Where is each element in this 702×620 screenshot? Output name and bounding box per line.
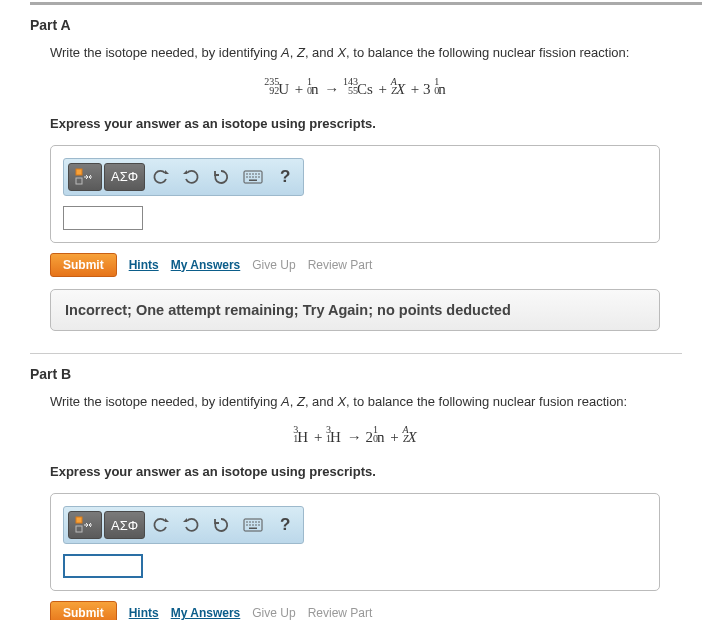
svg-point-18 [249,521,251,523]
give-up-link[interactable]: Give Up [252,258,295,272]
svg-point-21 [258,521,260,523]
part-a-feedback: Incorrect; One attempt remaining; Try Ag… [50,289,660,331]
atomic-num: 0 [434,86,439,95]
atomic-num: 92 [264,86,279,95]
atomic-num: 1 [293,434,298,443]
atomic-num: Z [391,86,397,95]
help-button[interactable]: ? [271,511,299,539]
hints-link[interactable]: Hints [129,606,159,620]
element: U [277,81,291,97]
op: + [379,81,391,97]
var-z: Z [297,45,305,60]
undo-button[interactable] [147,511,175,539]
submit-button[interactable]: Submit [50,601,117,620]
template-prescript-button[interactable] [68,163,102,191]
svg-point-25 [255,524,257,526]
var-a: A [281,45,290,60]
svg-point-19 [252,521,254,523]
svg-point-17 [246,521,248,523]
svg-rect-14 [76,517,82,523]
greek-symbols-button[interactable]: ΑΣΦ [104,511,145,539]
svg-point-4 [249,173,251,175]
atomic-num: 0 [373,434,378,443]
part-a-answer-box: ΑΣΦ ? [50,145,660,243]
template-prescript-button[interactable] [68,511,102,539]
atomic-num: 0 [307,86,312,95]
svg-rect-27 [249,528,257,530]
answer-input[interactable] [63,206,143,230]
atomic-num: 55 [343,86,358,95]
reset-button[interactable] [207,163,235,191]
part-a-instruct: Express your answer as an isotope using … [50,116,682,131]
greek-symbols-button[interactable]: ΑΣΦ [104,163,145,191]
submit-button[interactable]: Submit [50,253,117,277]
text: , to balance the following nuclear fissi… [346,45,629,60]
part-a-prompt: Write the isotope needed, by identifying… [50,43,682,63]
text: , [290,394,297,409]
svg-point-10 [252,176,254,178]
svg-point-9 [249,176,251,178]
help-button[interactable]: ? [271,163,299,191]
svg-point-23 [249,524,251,526]
svg-point-3 [246,173,248,175]
text: Write the isotope needed, by identifying [50,45,281,60]
text: , and [305,45,338,60]
svg-point-20 [255,521,257,523]
svg-point-12 [258,176,260,178]
svg-rect-1 [76,178,82,184]
undo-button[interactable] [147,163,175,191]
svg-rect-13 [249,179,257,181]
element: H [329,429,343,445]
svg-point-11 [255,176,257,178]
arrow: → [324,81,339,97]
part-b-equation: 31H + 31H → 210n + AZX [30,425,682,446]
my-answers-link[interactable]: My Answers [171,258,241,272]
element: H [296,429,310,445]
atomic-num: 1 [326,434,331,443]
give-up-link[interactable]: Give Up [252,606,295,620]
atomic-num: Z [402,434,408,443]
svg-point-5 [252,173,254,175]
review-part-link[interactable]: Review Part [308,258,373,272]
divider [30,353,682,354]
part-a-buttons: Submit Hints My Answers Give Up Review P… [50,253,682,277]
part-b-buttons: Submit Hints My Answers Give Up Review P… [50,601,682,620]
part-a-equation: 23592U + 10n → 14355Cs + AZX + 3 10n [30,77,682,98]
svg-point-7 [258,173,260,175]
op: + [295,81,307,97]
top-divider [30,2,702,5]
redo-button[interactable] [177,511,205,539]
arrow: → [347,429,362,445]
redo-button[interactable] [177,163,205,191]
part-b-answer-box: ΑΣΦ ? [50,493,660,591]
part-b-instruct: Express your answer as an isotope using … [50,464,682,479]
op: + [390,429,402,445]
op: + [314,429,326,445]
svg-rect-15 [76,526,82,532]
svg-point-22 [246,524,248,526]
text: , and [305,394,338,409]
svg-point-26 [258,524,260,526]
equation-toolbar: ΑΣΦ ? [63,158,304,196]
equation-toolbar: ΑΣΦ ? [63,506,304,544]
svg-point-8 [246,176,248,178]
svg-point-24 [252,524,254,526]
text: , to balance the following nuclear fusio… [346,394,627,409]
reset-button[interactable] [207,511,235,539]
svg-rect-0 [76,169,82,175]
hints-link[interactable]: Hints [129,258,159,272]
var-a: A [281,394,290,409]
element: Cs [356,81,375,97]
answer-input[interactable] [63,554,143,578]
review-part-link[interactable]: Review Part [308,606,373,620]
coef: 2 [365,429,373,445]
var-x: X [337,394,346,409]
keyboard-button[interactable] [237,511,269,539]
op: + 3 [411,81,434,97]
var-z: Z [297,394,305,409]
keyboard-button[interactable] [237,163,269,191]
var-x: X [337,45,346,60]
svg-point-6 [255,173,257,175]
my-answers-link[interactable]: My Answers [171,606,241,620]
part-b-header: Part B [30,366,682,382]
